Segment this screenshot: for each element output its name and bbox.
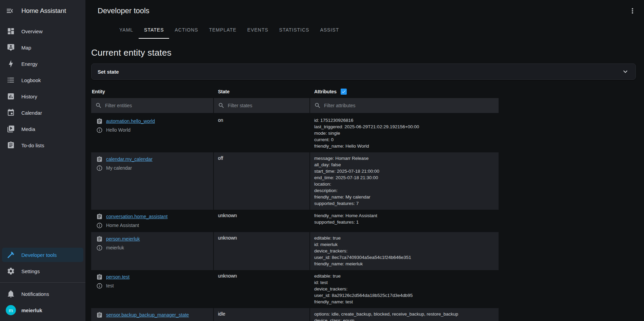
sidebar-item-overview[interactable]: Overview: [2, 24, 83, 38]
sidebar-item-label: Notifications: [21, 291, 49, 297]
main-panel: Developer tools YAML STATES ACTIONS TEMP…: [85, 0, 644, 321]
entity-state: unknown: [214, 210, 309, 232]
entity-states-table: Entity State Attributes: [91, 86, 499, 321]
entity-friendly-name: test: [106, 283, 114, 288]
bell-icon: [7, 290, 15, 298]
sidebar: Home Assistant Overview Map Energy: [0, 0, 85, 321]
table-row[interactable]: sensor.backup_backup_manager_state Backu…: [91, 308, 499, 321]
entity-attributes: options: idle, create_backup, blocked, r…: [310, 308, 499, 321]
attributes-checkbox[interactable]: [341, 89, 347, 95]
sidebar-item-todo-lists[interactable]: To-do lists: [2, 138, 83, 152]
table-row[interactable]: person.test test unknown editable: truei…: [91, 270, 499, 308]
sidebar-item-map[interactable]: Map: [2, 40, 83, 55]
sidebar-item-label: Settings: [21, 268, 40, 274]
sidebar-item-settings[interactable]: Settings: [2, 264, 83, 278]
tab-template[interactable]: TEMPLATE: [204, 22, 242, 39]
copy-clipboard-icon[interactable]: [96, 213, 103, 220]
entity-attributes: editable: trueid: testdevice_trackers:us…: [310, 270, 499, 308]
info-icon[interactable]: [96, 283, 103, 289]
table-body: automation.hello_world Hello World on id…: [91, 114, 499, 321]
copy-clipboard-icon[interactable]: [96, 156, 103, 163]
sidebar-item-logbook[interactable]: Logbook: [2, 73, 83, 87]
column-header-entity: Entity: [91, 86, 213, 98]
entity-attributes: message: Homarr Releaseall_day: falsesta…: [310, 152, 499, 210]
search-icon: [314, 102, 321, 109]
table-row[interactable]: conversation.home_assistant Home Assista…: [91, 210, 499, 232]
filter-states-input[interactable]: [228, 103, 305, 108]
entity-link[interactable]: calendar.my_calendar: [106, 156, 153, 162]
attributes-filter: [310, 98, 499, 113]
chevron-down-icon: [621, 68, 629, 76]
gear-icon: [7, 267, 15, 275]
entity-link[interactable]: person.meierluk: [106, 236, 140, 242]
sidebar-item-energy[interactable]: Energy: [2, 57, 83, 71]
sidebar-item-label: Map: [21, 45, 31, 51]
menu-open-icon[interactable]: [6, 7, 14, 15]
tab-states[interactable]: STATES: [139, 22, 169, 39]
entity-state: unknown: [214, 232, 309, 270]
entity-cell: calendar.my_calendar My calendar: [91, 152, 213, 210]
table-row[interactable]: automation.hello_world Hello World on id…: [91, 114, 499, 152]
copy-clipboard-icon[interactable]: [96, 118, 103, 125]
entity-attributes: id: 1751230926816last_triggered: 2025-06…: [310, 114, 499, 152]
tab-events[interactable]: EVENTS: [242, 22, 274, 39]
set-state-panel[interactable]: Set state: [91, 63, 636, 80]
sidebar-divider: [0, 282, 85, 283]
sidebar-item-label: Developer tools: [21, 252, 57, 258]
table-header-row: Entity State Attributes: [91, 86, 499, 98]
search-icon: [218, 102, 225, 109]
sidebar-item-developer-tools[interactable]: Developer tools: [2, 248, 83, 262]
entity-cell: person.meierluk meierluk: [91, 232, 213, 270]
state-filter: [214, 98, 309, 113]
entity-friendly-name: Home Assistant: [106, 223, 139, 228]
calendar-icon: [7, 109, 15, 117]
sidebar-nav: Overview Map Energy Logbook: [0, 22, 85, 279]
info-icon[interactable]: [96, 127, 103, 133]
entity-friendly-name: Hello World: [106, 127, 130, 133]
sidebar-item-notifications[interactable]: Notifications: [2, 287, 83, 301]
sidebar-spacer: [0, 153, 85, 247]
sidebar-item-label: Overview: [21, 29, 43, 34]
info-icon[interactable]: [96, 222, 103, 229]
avatar: m: [6, 305, 16, 315]
table-row[interactable]: calendar.my_calendar My calendar off mes…: [91, 152, 499, 210]
entity-link[interactable]: automation.hello_world: [106, 118, 155, 124]
sidebar-item-label: History: [21, 94, 37, 99]
filter-attributes-input[interactable]: [324, 103, 495, 108]
tab-statistics[interactable]: STATISTICS: [274, 22, 315, 39]
entity-friendly-name: meierluk: [106, 245, 124, 250]
info-icon[interactable]: [96, 245, 103, 251]
page-title: Developer tools: [98, 6, 149, 15]
entity-link[interactable]: conversation.home_assistant: [106, 214, 167, 219]
table-row[interactable]: person.meierluk meierluk unknown editabl…: [91, 232, 499, 270]
entity-link[interactable]: sensor.backup_backup_manager_state: [106, 312, 189, 318]
sidebar-item-label: Logbook: [21, 77, 41, 83]
sidebar-item-media[interactable]: Media: [2, 122, 83, 136]
filter-entities-input[interactable]: [105, 103, 209, 108]
user-name: meierluk: [21, 307, 42, 313]
filter-row: [91, 98, 499, 113]
entity-link[interactable]: person.test: [106, 274, 129, 280]
tab-yaml[interactable]: YAML: [114, 22, 139, 39]
entity-cell: person.test test: [91, 270, 213, 308]
set-state-label: Set state: [98, 69, 119, 75]
info-icon[interactable]: [96, 165, 103, 171]
app-title: Home Assistant: [21, 7, 66, 15]
tab-assist[interactable]: ASSIST: [315, 22, 344, 39]
sidebar-item-user-profile[interactable]: m meierluk: [2, 303, 83, 317]
entity-state: off: [214, 152, 309, 210]
copy-clipboard-icon[interactable]: [96, 274, 103, 280]
section-heading: Current entity states: [91, 48, 636, 58]
entity-cell: sensor.backup_backup_manager_state Backu…: [91, 308, 213, 321]
sidebar-header: Home Assistant: [0, 0, 85, 22]
column-header-attributes: Attributes: [310, 86, 499, 98]
clipboard-icon: [7, 141, 15, 149]
copy-clipboard-icon[interactable]: [96, 312, 103, 318]
lightning-icon: [7, 60, 15, 68]
dots-vertical-icon[interactable]: [628, 7, 637, 15]
copy-clipboard-icon[interactable]: [96, 236, 103, 242]
sidebar-item-label: Media: [21, 126, 35, 132]
sidebar-item-history[interactable]: History: [2, 89, 83, 103]
tab-actions[interactable]: ACTIONS: [169, 22, 203, 39]
sidebar-item-calendar[interactable]: Calendar: [2, 106, 83, 120]
